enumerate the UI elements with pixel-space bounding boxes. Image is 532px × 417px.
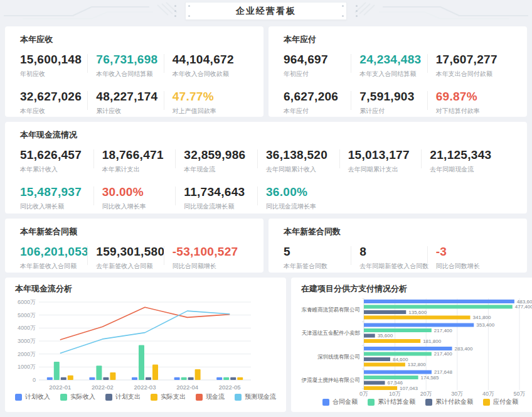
legend-item[interactable]: 实际收入 [60, 393, 95, 401]
bar[interactable] [68, 376, 73, 380]
legend-item[interactable]: 现金流 [196, 393, 225, 401]
bar[interactable] [364, 381, 385, 385]
chart-title: 本年现金流分析 [15, 283, 276, 295]
bar[interactable] [223, 377, 229, 380]
card-supplier-payment-chart: 在建项目分供方支付情况分析 0万10万20万30万40万50万山东青睢商流贸易有… [291, 278, 532, 412]
metric-label: 本年新签收入合同额 [20, 262, 96, 271]
bar[interactable] [146, 377, 151, 380]
legend-item[interactable]: 应付金额 [483, 398, 518, 406]
metric: 5 本年新签合同数 [284, 244, 359, 271]
bar[interactable] [103, 377, 109, 380]
bar[interactable] [188, 377, 194, 380]
card-payable: 本年应付 964,697 年初应付 24,234,483 本年支入合同结算额 1… [269, 26, 527, 117]
y-axis-tick-label: 3000万 [18, 338, 36, 344]
bar[interactable] [364, 310, 406, 314]
bar[interactable] [364, 363, 405, 367]
supplier-payment-bar-chart[interactable]: 0万10万20万30万40万50万山东青睢商流贸易有限公司483,600477,… [301, 298, 532, 396]
corner-dot [342, 15, 344, 17]
metric-value: 47.77% [173, 90, 248, 104]
metric-value: 15,013,177 [348, 148, 430, 162]
bar[interactable] [364, 339, 420, 343]
dashboard-body: 本年应收 15,600,148 年初应收 76,731,698 本年收入合同结算… [0, 23, 532, 412]
metric-value: 159,301,580 [96, 245, 172, 259]
card-cashflow-analysis-chart: 本年现金流分析 01000万2000万3000万4000万5000万6000万2… [5, 278, 286, 412]
metric: 15,487,937 同比收入增长额 [20, 184, 102, 211]
bar[interactable] [364, 328, 432, 332]
metric: 48,227,174 累计应收 [96, 89, 172, 116]
bar[interactable] [364, 323, 474, 327]
metric-value: 51,626,457 [20, 148, 102, 162]
metric: 24,234,483 本年支入合同结算额 [359, 51, 435, 79]
metric-label: 本年支出合同付款额 [436, 70, 512, 79]
bar[interactable] [364, 300, 514, 303]
metric: 18,766,471 本年累计支出 [102, 147, 184, 174]
category-label: 深圳线缆有限公司 [317, 354, 360, 360]
metric: 51,626,457 本年累计收入 [20, 147, 102, 174]
legend-item[interactable]: 累计结算金额 [368, 398, 415, 406]
metric: 69.87% 对下结算付款率 [436, 89, 512, 116]
bar[interactable] [47, 377, 53, 380]
bar[interactable] [152, 365, 158, 380]
bar[interactable] [364, 357, 390, 361]
bar[interactable] [230, 377, 236, 380]
bar[interactable] [139, 345, 144, 380]
bar[interactable] [174, 377, 180, 380]
bar[interactable] [54, 362, 60, 380]
legend-item[interactable]: 预测现金流 [235, 393, 276, 401]
metrics-grid: 5 本年新签合同数 8 去年同期新签收入合同数 -3 同比合同数增长 [284, 244, 512, 271]
bar[interactable] [237, 377, 243, 380]
metric-value: 6,627,206 [284, 90, 359, 104]
bar[interactable] [364, 376, 418, 379]
bar[interactable] [364, 305, 513, 309]
metric: 30.00% 同比收入增长率 [102, 184, 184, 211]
x-axis-tick-label: 40万 [482, 391, 494, 396]
metric-label: 同比现金流增长额 [184, 202, 266, 211]
metric: 11,734,643 同比现金流增长额 [184, 184, 266, 211]
category-label: 山东青睢商流贸易有限公司 [301, 306, 360, 313]
corner-dot [188, 15, 190, 17]
bar[interactable] [132, 377, 137, 380]
bar[interactable] [89, 377, 95, 380]
bar-value-label: 477,400 [515, 304, 532, 310]
legend-label: 实际支出 [161, 393, 186, 401]
legend-item[interactable]: 计划支出 [105, 393, 141, 401]
bar[interactable] [216, 377, 222, 380]
legend-swatch [368, 399, 375, 406]
x-axis-tick-label: 2022-05 [219, 384, 241, 391]
legend-label: 现金流 [206, 393, 225, 401]
metric-value: 24,234,483 [359, 53, 435, 67]
bar[interactable] [364, 371, 432, 374]
bar[interactable] [195, 369, 201, 380]
bar[interactable] [96, 366, 102, 380]
chart-title: 在建项目分供方支付情况分析 [301, 283, 532, 295]
bar[interactable] [181, 377, 187, 380]
legend-item[interactable]: 实际支出 [151, 393, 186, 401]
legend-item[interactable]: 累计付款金额 [425, 398, 473, 406]
metric: 6,627,206 本年应付 [284, 89, 359, 116]
bar[interactable] [364, 334, 375, 338]
metric-label: 去年同期现金流 [430, 165, 512, 174]
metric-value: 69.87% [436, 90, 512, 104]
x-axis-tick-label: 20万 [420, 391, 432, 396]
page-title-box: 企业经营看板 [185, 2, 347, 20]
metric: 7,591,903 累计应付 [359, 89, 435, 116]
metric: 159,301,580 去年新签收入合同额 [96, 244, 172, 271]
metrics-grid: 51,626,457 本年累计收入 18,766,471 本年累计支出 32,8… [20, 147, 512, 211]
bar[interactable] [364, 352, 432, 356]
legend-item[interactable]: 合同金额 [322, 398, 358, 406]
cashflow-combo-chart[interactable]: 01000万2000万3000万4000万5000万6000万2022-0120… [15, 298, 253, 391]
bar[interactable] [364, 347, 452, 350]
bar[interactable] [364, 316, 471, 320]
bar-value-label: 217,400 [434, 351, 452, 357]
metric-value: 5 [284, 245, 359, 259]
bar[interactable] [61, 377, 66, 380]
metric: 32,859,986 本年现金流 [184, 147, 266, 174]
bar[interactable] [110, 372, 115, 380]
metric: 15,013,177 去年同期累计支出 [348, 147, 430, 174]
metric-label: 对下结算付款率 [436, 107, 512, 116]
circuit-decoration-left [4, 0, 184, 23]
legend-item[interactable]: 计划收入 [15, 393, 50, 401]
metric-value: 30.00% [102, 185, 184, 199]
metric-value: -3 [436, 245, 512, 259]
bar[interactable] [364, 386, 397, 390]
